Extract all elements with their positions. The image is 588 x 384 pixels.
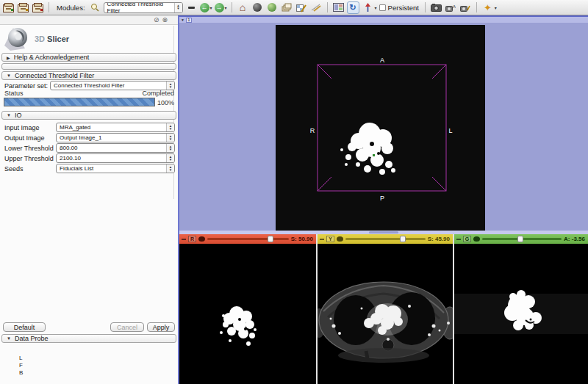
red-slider-handle[interactable]	[268, 236, 273, 242]
green-slider-handle[interactable]	[517, 236, 523, 242]
lower-threshold-stepper-icon[interactable]: ▲▼	[166, 144, 174, 152]
data-probe-header[interactable]: ▼ Data Probe	[1, 334, 176, 343]
slicer-logo: 3DSlicer	[3, 26, 69, 51]
editor-icon[interactable]	[295, 1, 308, 14]
screenshot-icon[interactable]	[430, 1, 442, 14]
slicer-logo-icon	[3, 26, 32, 51]
apply-button[interactable]: Apply	[147, 322, 175, 332]
green-slice-label[interactable]: G	[463, 236, 471, 242]
slice-views: R S: 50.90	[179, 234, 588, 384]
view-3d-icon[interactable]	[251, 1, 264, 14]
green-pin-icon[interactable]	[456, 239, 461, 240]
orientation-label-l: L	[448, 127, 452, 134]
lower-threshold-spinbox[interactable]: 800.00 ▲▼	[56, 143, 175, 153]
module-section-header[interactable]: ▼ Connected Threshold Filter	[1, 71, 176, 80]
parameter-set-value: Connected Threshold Filter	[54, 82, 124, 89]
progress-percent-label: 100%	[157, 99, 174, 106]
collapsed-triangle-icon: ▶	[7, 55, 10, 60]
upper-threshold-spinbox[interactable]: 2100.10 ▲▼	[56, 153, 175, 163]
yellow-slice-pane: Y S: 45.90	[318, 234, 453, 384]
view3d-scene: A R L P	[276, 25, 485, 231]
data-probe-label: Data Probe	[15, 335, 49, 342]
green-slice-controller: G A: -3.56	[454, 234, 588, 244]
green-slice-viewport[interactable]	[454, 244, 588, 384]
input-image-stepper-icon[interactable]: ▲▼	[166, 123, 174, 131]
scene-view-a-icon[interactable]: A	[445, 1, 457, 14]
pin-module-icon[interactable]	[185, 1, 198, 14]
home-icon[interactable]: ⌂	[237, 1, 249, 14]
seeds-stepper-icon[interactable]: ▲▼	[166, 164, 174, 173]
io-header-label: IO	[15, 112, 22, 119]
green-slice-pane: G A: -3.56	[454, 234, 588, 384]
crosshair-refresh-icon[interactable]: ↻	[347, 1, 359, 14]
red-slice-slider[interactable]	[207, 238, 289, 240]
save-icon[interactable]	[32, 1, 44, 14]
forward-history-caret-icon[interactable]: ▾	[225, 5, 227, 10]
seeds-selector[interactable]: Fiducials List ▲▼	[56, 164, 175, 173]
view3d-pin-icon[interactable]: ▼	[181, 18, 184, 22]
red-visibility-eye-icon[interactable]	[198, 236, 205, 242]
measure-icon[interactable]	[310, 1, 323, 14]
parameter-set-stepper-icon[interactable]: ▲▼	[166, 81, 174, 90]
red-pin-icon[interactable]	[182, 239, 186, 240]
view3d-label: 1	[186, 18, 192, 23]
toolbar-separator	[425, 2, 426, 12]
module-selector-stepper-icon[interactable]: ▲▼	[174, 3, 182, 12]
yellow-slice-viewport[interactable]	[318, 244, 453, 384]
output-image-selector[interactable]: Output Image_1 ▲▼	[56, 133, 175, 142]
upper-threshold-stepper-icon[interactable]: ▲▼	[166, 154, 174, 162]
toolbar-separator	[49, 2, 49, 12]
toolbar-separator	[327, 2, 328, 12]
load-scene-icon[interactable]	[2, 1, 15, 14]
module-search-icon[interactable]	[89, 1, 101, 14]
view-region: ▼ 1 A R L P	[178, 15, 588, 384]
red-slice-label[interactable]: R	[188, 236, 196, 242]
output-image-stepper-icon[interactable]: ▲▼	[166, 134, 174, 142]
module-panel: ⊘ ⊗ 3DSlicer ▶ Help & Acknowledgement ▼ …	[0, 15, 178, 384]
view-globe-icon[interactable]	[266, 1, 279, 14]
input-image-value: MRA_gated	[60, 124, 90, 131]
expanded-triangle-icon: ▼	[7, 113, 11, 117]
parameter-set-label: Parameter set:	[1, 82, 50, 90]
status-progress-bar	[4, 98, 155, 106]
back-button[interactable]: ←	[200, 3, 209, 12]
forward-button[interactable]: →	[215, 3, 224, 12]
upper-threshold-value: 2100.10	[60, 155, 81, 162]
orientation-label-r: R	[310, 127, 315, 134]
input-image-selector[interactable]: MRA_gated ▲▼	[56, 123, 175, 132]
mouse-pick-icon[interactable]	[362, 1, 374, 14]
module-selector-value: Connected Threshold Filter	[107, 2, 174, 13]
expanded-triangle-icon: ▼	[7, 336, 11, 341]
splitter-grip[interactable]	[369, 231, 398, 233]
yellow-slider-handle[interactable]	[400, 236, 406, 242]
mouse-pick-caret-icon[interactable]: ▾	[375, 5, 377, 10]
main-toolbar: Modules: Connected Threshold Filter ▲▼ ←…	[0, 0, 588, 15]
green-visibility-eye-icon[interactable]	[473, 236, 480, 242]
extensions-caret-icon[interactable]: ▾	[495, 5, 497, 10]
load-data-icon[interactable]	[17, 1, 29, 14]
panel-undock-icon[interactable]: ⊘	[154, 16, 159, 23]
yellow-slice-label[interactable]: Y	[326, 236, 334, 242]
yellow-slice-slider[interactable]	[345, 238, 426, 240]
back-history-caret-icon[interactable]: ▾	[210, 5, 212, 10]
extensions-star-icon[interactable]: ✦	[481, 1, 494, 14]
persistent-checkbox[interactable]	[379, 4, 386, 11]
layers-icon[interactable]	[281, 1, 293, 14]
panel-close-icon[interactable]: ⊗	[162, 16, 168, 23]
red-slice-viewport[interactable]	[179, 244, 316, 384]
yellow-pin-icon[interactable]	[320, 239, 324, 240]
data-probe-layers: L F B	[19, 355, 23, 377]
default-button[interactable]: Default	[3, 322, 46, 332]
help-acknowledgement-header[interactable]: ▶ Help & Acknowledgement	[1, 53, 176, 62]
yellow-visibility-eye-icon[interactable]	[337, 236, 343, 242]
red-slice-offset: S: 50.90	[291, 236, 314, 242]
view3d-viewport[interactable]: A R L P	[179, 23, 588, 231]
green-slice-slider[interactable]	[482, 238, 562, 240]
layout-icon[interactable]	[332, 1, 345, 14]
cancel-button[interactable]: Cancel	[110, 322, 144, 332]
module-selector[interactable]: Connected Threshold Filter ▲▼	[104, 2, 183, 13]
logo-text-slicer: Slicer	[47, 35, 69, 43]
red-slice-controller: R S: 50.90	[179, 234, 316, 244]
io-section-header[interactable]: ▼ IO	[1, 111, 176, 120]
scene-view-b-icon[interactable]	[459, 1, 472, 14]
